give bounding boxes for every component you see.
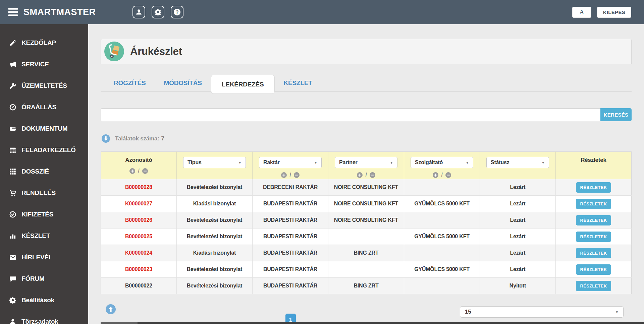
sidebar-item-kifizet-s[interactable]: KIFIZETÉS	[0, 204, 88, 225]
sort-controls-partner: /	[328, 172, 404, 178]
search-button[interactable]: KERESÉS	[600, 108, 632, 121]
details-button[interactable]: RÉSZLETEK	[576, 281, 611, 291]
details-button[interactable]: RÉSZLETEK	[576, 182, 611, 193]
details-button[interactable]: RÉSZLETEK	[576, 264, 611, 275]
logout-button[interactable]: KILÉPÉS	[597, 7, 631, 18]
sidebar-item-service[interactable]: SERVICE	[0, 54, 88, 75]
tab-m-dos-t-s[interactable]: MÓDOSÍTÁS	[155, 75, 211, 91]
cell-azonosito: B00000025	[101, 229, 177, 245]
document-id-link[interactable]: B00000026	[125, 217, 152, 223]
filter-select-partner[interactable]: Partner▼	[335, 157, 397, 168]
plus-circle-icon[interactable]	[281, 172, 287, 178]
plus-circle-icon[interactable]	[129, 168, 135, 174]
tab-lek-rdez-s[interactable]: LEKÉRDEZÉS	[211, 75, 275, 94]
horizontal-scrollbar[interactable]	[101, 322, 644, 324]
hamburger-icon[interactable]	[8, 8, 18, 16]
font-size-button[interactable]: A	[572, 7, 591, 18]
minus-circle-icon[interactable]	[294, 172, 300, 178]
sidebar-item-dokumentum[interactable]: DOKUMENTUM	[0, 118, 88, 139]
cell-partner: BING ZRT	[328, 278, 404, 294]
plus-circle-icon[interactable]	[357, 172, 363, 178]
cell-tipus: Bevételezési bizonylat	[177, 261, 253, 278]
sidebar-item-label: Beállítások	[21, 297, 54, 304]
sidebar-item-k-szlet[interactable]: KÉSZLET	[0, 225, 88, 247]
tab-bar: RÖGZÍTÉSMÓDOSÍTÁSLEKÉRDEZÉSKÉSZLET	[101, 75, 632, 92]
filter-select-tipus[interactable]: Típus▼	[183, 157, 246, 168]
gear-button[interactable]	[152, 6, 164, 18]
sidebar-item-ra-ll-s[interactable]: ÓRAÁLLÁS	[0, 96, 88, 118]
filter-select-raktar[interactable]: Raktár▼	[259, 157, 322, 168]
page-size-select[interactable]: 15 ▼	[460, 306, 624, 318]
table-row: B00000026Bevételezési bizonylatBUDAPESTI…	[101, 212, 632, 229]
details-button[interactable]: RÉSZLETEK	[576, 199, 611, 209]
table-row: K00000027Kiadási bizonylatBUDAPESTI RAKT…	[101, 196, 632, 212]
cell-tipus: Kiadási bizonylat	[177, 196, 253, 212]
document-id-link[interactable]: B00000022	[125, 283, 152, 288]
sidebar-item-feladatkezel[interactable]: FELADATKEZELŐ	[0, 139, 88, 161]
user-button[interactable]	[132, 6, 145, 18]
cell-value: Bevételezési bizonylat	[187, 217, 242, 223]
filter-select-szolgaltato[interactable]: Szolgáltató▼	[411, 157, 473, 168]
cell-raktar: BUDAPESTI RAKTÁR	[253, 212, 328, 229]
up-circle-icon[interactable]	[106, 304, 116, 314]
question-button[interactable]: ?	[171, 6, 183, 18]
sidebar-item-h-rlev-l[interactable]: HÍRLEVÉL	[0, 247, 88, 268]
document-id-link[interactable]: K00000024	[125, 250, 152, 256]
filter-select-statusz[interactable]: Státusz▼	[486, 157, 549, 168]
cell-azonosito: K00000027	[101, 196, 177, 212]
cell-statusz: Lezárt	[480, 245, 556, 261]
document-id-link[interactable]: K00000027	[125, 201, 152, 206]
cell-statusz: Lezárt	[480, 179, 556, 196]
cell-szolgaltato	[404, 212, 480, 229]
cell-partner	[328, 261, 404, 278]
cell-value: DEBRECENI RAKTÁR	[263, 184, 318, 190]
cell-statusz: Lezárt	[480, 212, 556, 229]
cell-reszletek: RÉSZLETEK	[556, 245, 632, 261]
cell-raktar: BUDAPESTI RAKTÁR	[253, 196, 328, 212]
sort-separator: /	[289, 172, 291, 178]
sidebar-item-kezd-lap[interactable]: KEZDŐLAP	[0, 32, 88, 54]
cell-value: Lezárt	[510, 184, 526, 190]
cell-value: NOIRE CONSULTING KFT	[334, 184, 398, 190]
sidebar-nav: KEZDŐLAPSERVICEÜZEMELTETÉSÓRAÁLLÁSDOKUME…	[0, 24, 88, 324]
sidebar-item-label: KÉSZLET	[21, 232, 50, 240]
document-id-link[interactable]: B00000028	[125, 184, 152, 190]
page-size-value: 15	[465, 309, 471, 315]
document-id-link[interactable]: B00000023	[125, 266, 152, 272]
sidebar-item-be-ll-t-sok[interactable]: Beállítások	[0, 289, 88, 311]
sidebar-item-label: KEZDŐLAP	[21, 39, 56, 47]
handtruck-icon	[104, 42, 124, 61]
minus-circle-icon[interactable]	[142, 168, 148, 174]
document-id-link[interactable]: B00000025	[125, 234, 152, 239]
cell-value: Nyitott	[509, 283, 526, 288]
down-circle-icon[interactable]	[102, 134, 110, 143]
sort-separator: /	[138, 168, 139, 174]
cell-raktar: DEBRECENI RAKTÁR	[253, 179, 328, 196]
cell-tipus: Bevételezési bizonylat	[177, 179, 253, 196]
scrollbar-thumb[interactable]	[101, 322, 138, 324]
sidebar-item-dosszi[interactable]: DOSSZIÉ	[0, 161, 88, 182]
tab-r-gz-t-s[interactable]: RÖGZÍTÉS	[105, 75, 155, 91]
minus-circle-icon[interactable]	[370, 172, 375, 178]
filter-select-value: Szolgáltató	[415, 159, 443, 166]
tab-k-szlet[interactable]: KÉSZLET	[275, 75, 321, 91]
details-button[interactable]: RÉSZLETEK	[576, 248, 611, 258]
sidebar-item-f-rum[interactable]: FÓRUM	[0, 268, 88, 289]
chevron-down-icon: ▼	[541, 161, 545, 165]
sort-controls-szolgaltato: /	[404, 172, 480, 178]
plus-circle-icon[interactable]	[433, 172, 438, 178]
details-button[interactable]: RÉSZLETEK	[576, 232, 611, 242]
cell-value: BING ZRT	[354, 283, 379, 288]
folder-open-icon	[9, 125, 16, 132]
details-button[interactable]: RÉSZLETEK	[576, 215, 611, 225]
sidebar-item-zemeltet-s[interactable]: ÜZEMELTETÉS	[0, 75, 88, 96]
column-header-raktar: Raktár▼/	[253, 152, 328, 179]
sidebar-item-label: ÜZEMELTETÉS	[21, 82, 67, 89]
sort-controls-azonosito: /	[101, 168, 176, 174]
cell-value: Lezárt	[510, 250, 526, 256]
sidebar-item-t-rzsadatok[interactable]: Törzsadatok	[0, 311, 88, 324]
sidebar-item-rendel-s[interactable]: RENDELÉS	[0, 182, 88, 204]
minus-circle-icon[interactable]	[445, 172, 451, 178]
search-input[interactable]	[101, 108, 600, 121]
table-row: K00000024Kiadási bizonylatBUDAPESTI RAKT…	[101, 245, 632, 261]
